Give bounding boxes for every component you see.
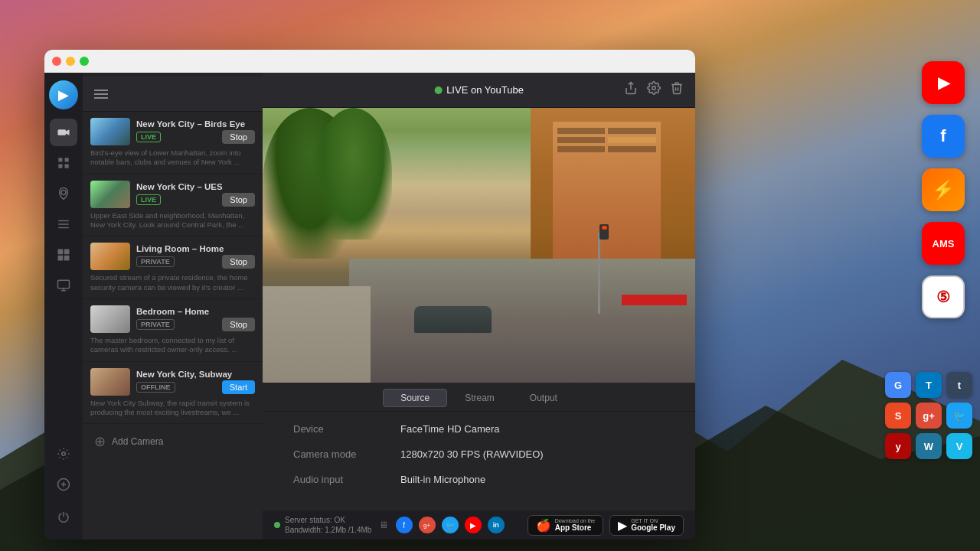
camera-desc-4: The master bedroom, connected to my list…	[90, 336, 255, 355]
camera-stop-button-3[interactable]: Stop	[222, 255, 255, 269]
share-button[interactable]	[624, 81, 638, 99]
sidebar-item-cameras[interactable]	[50, 119, 77, 146]
camera-desc-1: Bird's-eye view of Lower Manhattan, zoom…	[90, 148, 255, 168]
svg-point-24	[652, 86, 656, 90]
camera-name-4: Bedroom – Home	[136, 307, 255, 316]
desktop-icon-wordpress[interactable]: W	[916, 433, 942, 459]
desktop-icon-trello[interactable]: T	[916, 372, 942, 398]
camera-status-2: LIVE	[136, 194, 161, 205]
desktop-icon-tumblr[interactable]: t	[946, 372, 972, 398]
server-status-dot	[274, 522, 280, 528]
google-play-icon: ▶	[618, 518, 627, 533]
tab-output[interactable]: Output	[512, 389, 575, 407]
svg-rect-2	[58, 129, 67, 135]
footer-social-icons: f g+ 🐦 ▶ in	[396, 517, 505, 533]
main-content: LIVE on YouTube	[263, 73, 695, 540]
desktop-icon-ams[interactable]: AMS	[922, 222, 965, 265]
minimize-button[interactable]	[66, 57, 75, 66]
desktop-icon-s5[interactable]: ⑤	[922, 276, 965, 318]
social-facebook-icon[interactable]: f	[396, 517, 413, 533]
app-logo[interactable]: ▶	[49, 80, 78, 109]
maximize-button[interactable]	[80, 57, 89, 66]
header-actions	[624, 81, 684, 99]
desktop-icon-stumbleupon[interactable]: S	[885, 403, 911, 429]
bottom-panel: Source Stream Output Device FaceTime HD …	[263, 383, 695, 510]
device-row: Device FaceTime HD Camera	[293, 423, 665, 435]
app-header	[83, 77, 263, 112]
camera-thumb-2	[90, 181, 130, 208]
add-camera-label: Add Camera	[112, 436, 163, 447]
camera-thumb-3	[90, 243, 130, 270]
live-status-text: LIVE on YouTube	[446, 84, 524, 96]
svg-marker-3	[66, 129, 70, 135]
desktop-icon-youtube[interactable]: ▶	[922, 61, 965, 104]
app-content: ▶	[44, 73, 695, 540]
tab-source[interactable]: Source	[383, 389, 447, 407]
app-window: ▶	[44, 50, 695, 540]
camera-start-button-5[interactable]: Start	[222, 380, 255, 394]
add-camera-button[interactable]: ⊕ Add Camera	[83, 424, 263, 459]
camera-name-2: New York City – UES	[136, 182, 255, 191]
desktop-icon-gplus[interactable]: g+	[916, 403, 942, 429]
desktop-icons-small-panel: G T t S g+ 🐦 y W V	[885, 372, 972, 459]
camera-desc-2: Upper East Side and neighborhood, Manhat…	[90, 211, 255, 230]
camera-item-5[interactable]: New York City, Subway Offline Start New …	[83, 362, 263, 425]
sidebar-item-add[interactable]	[50, 471, 77, 498]
sidebar-item-monitor[interactable]	[50, 272, 77, 299]
social-youtube-icon[interactable]: ▶	[465, 517, 482, 533]
sidebar-item-settings[interactable]	[50, 440, 77, 468]
desktop-icon-vimeo[interactable]: V	[946, 433, 972, 459]
desktop-icon-yelp[interactable]: y	[885, 433, 911, 459]
sidebar-item-power[interactable]	[50, 504, 77, 532]
device-label: Device	[293, 423, 400, 435]
camera-item-3[interactable]: Living Room – Home Private Stop Secured …	[83, 236, 263, 299]
settings-button[interactable]	[647, 81, 661, 99]
sidebar-item-list[interactable]	[50, 210, 77, 238]
camera-info-5: New York City, Subway Offline Start	[136, 370, 255, 394]
social-twitter-icon[interactable]: 🐦	[442, 517, 459, 533]
svg-rect-7	[65, 165, 69, 168]
camera-info-3: Living Room – Home Private Stop	[136, 244, 255, 269]
desktop-icon-google[interactable]: G	[885, 372, 911, 398]
svg-rect-6	[58, 165, 62, 168]
sidebar: ▶	[44, 73, 83, 540]
sidebar-item-library[interactable]	[50, 149, 77, 177]
camera-info-4: Bedroom – Home Private Stop	[136, 307, 255, 331]
svg-rect-13	[64, 249, 70, 255]
desktop-icon-facebook[interactable]: f	[922, 115, 965, 158]
desktop-icon-thunder[interactable]: ⚡	[922, 168, 965, 211]
desktop-icon-twitter[interactable]: 🐦	[946, 403, 972, 429]
google-play-text: GET IT ON Google Play	[631, 518, 675, 532]
store-badges: 🍎 Download on the App Store ▶ GET IT ON …	[528, 515, 684, 536]
camera-status-5: Offline	[136, 382, 175, 393]
tab-stream[interactable]: Stream	[447, 389, 512, 407]
camera-name-1: New York City – Birds Eye	[136, 119, 255, 129]
camera-item-2[interactable]: New York City – UES LIVE Stop Upper East…	[83, 174, 263, 237]
camera-stop-button-4[interactable]: Stop	[222, 318, 255, 331]
camera-status-1: LIVE	[136, 132, 161, 142]
server-status: Server status: OK Bandwidth: 1.2Mb /1.4M…	[274, 515, 388, 535]
camera-mode-label: Camera mode	[293, 448, 400, 460]
social-gplus-icon[interactable]: g+	[419, 517, 436, 533]
tab-row: Source Stream Output	[263, 383, 695, 412]
camera-stop-button-2[interactable]: Stop	[222, 193, 255, 207]
camera-item-4[interactable]: Bedroom – Home Private Stop The master b…	[83, 299, 263, 362]
camera-status-3: Private	[136, 256, 175, 267]
video-preview	[263, 108, 695, 383]
delete-button[interactable]	[670, 81, 684, 99]
header-menu-icon[interactable]	[94, 89, 108, 99]
camera-item-1[interactable]: New York City – Birds Eye LIVE Stop Bird…	[83, 112, 263, 174]
camera-stop-button-1[interactable]: Stop	[222, 130, 255, 144]
camera-name-5: New York City, Subway	[136, 370, 255, 379]
sidebar-item-location[interactable]	[50, 180, 77, 207]
app-store-badge[interactable]: 🍎 Download on the App Store	[528, 515, 604, 536]
sidebar-item-grid[interactable]	[50, 241, 77, 269]
footer: Server status: OK Bandwidth: 1.2Mb /1.4M…	[263, 510, 695, 540]
street-scene	[263, 108, 695, 383]
camera-list-panel: New York City – Birds Eye LIVE Stop Bird…	[83, 73, 263, 540]
google-play-badge[interactable]: ▶ GET IT ON Google Play	[609, 515, 684, 536]
live-status-dot	[434, 86, 442, 94]
live-indicator: LIVE on YouTube	[434, 84, 524, 96]
social-linkedin-icon[interactable]: in	[488, 517, 505, 533]
close-button[interactable]	[52, 57, 61, 66]
